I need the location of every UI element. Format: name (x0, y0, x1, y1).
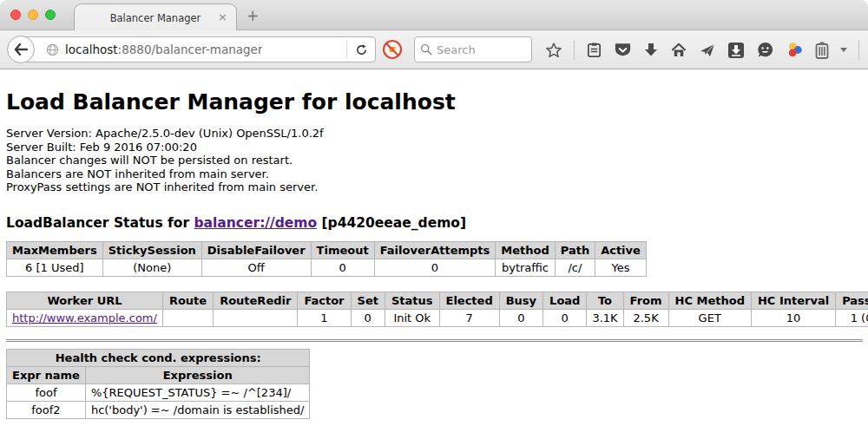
battery-extension-icon[interactable] (815, 42, 829, 59)
back-arrow-icon (14, 43, 28, 56)
cell: 7 (439, 309, 499, 326)
worker-url-link[interactable]: http://www.example.com/ (12, 311, 157, 324)
table-header-row: MaxMembers StickySession DisableFailover… (7, 241, 647, 259)
reading-list-icon[interactable] (586, 42, 602, 58)
column-header: Set (351, 292, 385, 309)
health-table-title: Health check cond. expressions: (7, 349, 310, 366)
expr-name-cell: foof (7, 383, 86, 401)
column-header: Method (496, 241, 555, 259)
back-button[interactable] (7, 36, 35, 63)
url-path: :8880/balancer-manager (118, 43, 263, 56)
search-icon (420, 43, 432, 56)
column-header: FailoverAttempts (374, 241, 496, 259)
table-header-row: Worker URL Route RouteRedir Factor Set S… (7, 292, 868, 309)
minimize-window-button[interactable] (28, 10, 38, 20)
expression-cell: hc('body') =~ /domain is established/ (85, 401, 310, 418)
new-tab-button[interactable]: + (247, 7, 259, 24)
content-blocked-icon[interactable] (382, 39, 403, 60)
section-divider (6, 339, 863, 342)
cell: 0 (499, 309, 542, 326)
cell: Off (201, 259, 311, 276)
cell: 1 (0) (836, 309, 868, 326)
cell: 6 [1 Used] (7, 259, 103, 276)
server-version-line: Server Version: Apache/2.5.0-dev (Unix) … (6, 127, 863, 141)
send-tab-icon[interactable] (699, 42, 716, 59)
page-content: Load Balancer Manager for localhost Serv… (0, 69, 868, 426)
url-text: localhost:8880/balancer-manager (65, 43, 262, 56)
tab-balancer-manager[interactable]: Balancer Manager × (74, 3, 237, 31)
globe-icon (46, 43, 59, 56)
column-header: MaxMembers (7, 241, 103, 259)
column-header: Expr name (7, 366, 86, 383)
tab-title: Balancer Manager (110, 12, 201, 24)
navigation-toolbar: localhost:8880/balancer-manager (0, 30, 868, 69)
expr-name-cell: foof2 (7, 401, 86, 418)
cell: 2.5K (623, 309, 668, 326)
tab-close-icon[interactable]: × (218, 11, 227, 23)
column-header: Active (595, 241, 647, 259)
balancer-demo-link[interactable]: balancer://demo (194, 215, 317, 231)
server-info: Server Version: Apache/2.5.0-dev (Unix) … (6, 127, 863, 194)
column-header: Passes (836, 292, 868, 309)
url-bar[interactable]: localhost:8880/balancer-manager (21, 36, 376, 62)
cell: 3.1K (587, 309, 623, 326)
cell: 0 (543, 309, 587, 326)
expression-cell: %{REQUEST_STATUS} =~ /^[234]/ (85, 383, 310, 401)
bookmark-star-icon[interactable] (545, 42, 562, 59)
worker-url-cell: http://www.example.com/ (7, 309, 163, 326)
column-header: Elected (439, 292, 499, 309)
close-window-button[interactable] (10, 10, 21, 20)
title-bar: Balancer Manager × + (0, 0, 868, 30)
search-input[interactable] (437, 43, 520, 56)
column-header: Load (543, 292, 587, 309)
column-header: From (623, 292, 668, 309)
downloads-icon[interactable] (643, 42, 659, 59)
cell: /c/ (555, 259, 595, 276)
colored-dots-extension-icon[interactable] (786, 41, 804, 59)
inherit-warning-line: Balancers are NOT inherited from main se… (6, 167, 863, 181)
cell (162, 309, 213, 326)
download-extension-icon[interactable] (727, 42, 745, 59)
cell: 0 (374, 259, 496, 276)
pocket-icon[interactable] (614, 42, 632, 59)
column-header: Busy (499, 292, 542, 309)
cell: Init Ok (385, 309, 439, 326)
home-icon[interactable] (670, 42, 687, 58)
balancer-status-table: MaxMembers StickySession DisableFailover… (6, 241, 647, 277)
column-header: HC Method (668, 292, 751, 309)
toolbar-divider-2 (858, 41, 859, 60)
column-header: RouteRedir (214, 292, 298, 309)
reload-button[interactable] (347, 43, 375, 56)
cell: 0 (311, 259, 374, 276)
toolbar-divider (574, 41, 575, 60)
extension-dropdown-caret-icon[interactable] (840, 48, 847, 52)
zoom-window-button[interactable] (45, 10, 56, 20)
column-header: Worker URL (7, 292, 163, 309)
column-header: Route (162, 292, 213, 309)
chat-smiley-extension-icon[interactable] (756, 41, 774, 59)
cell (214, 309, 298, 326)
window-controls (10, 10, 56, 20)
persist-warning-line: Balancer changes will NOT be persisted o… (6, 154, 863, 167)
worker-status-table: Worker URL Route RouteRedir Factor Set S… (6, 292, 868, 327)
table-title-row: Health check cond. expressions: (7, 349, 310, 366)
table-row: foof2 hc('body') =~ /domain is establish… (7, 401, 310, 418)
column-header: To (587, 292, 623, 309)
heading-suffix: [p4420eeae_demo] (317, 215, 466, 231)
column-header: StickySession (102, 241, 201, 259)
proxypass-warning-line: ProxyPass settings are NOT inherited fro… (6, 180, 863, 194)
column-header: DisableFailover (201, 241, 311, 259)
cell: 0 (351, 309, 385, 326)
search-bar[interactable] (414, 36, 532, 62)
server-built-line: Server Built: Feb 9 2016 07:00:20 (6, 141, 863, 154)
table-row: 6 [1 Used] (None) Off 0 0 bytraffic /c/ … (7, 259, 647, 276)
url-domain: localhost (65, 43, 118, 56)
health-check-table: Health check cond. expressions: Expr nam… (6, 349, 310, 419)
toolbar-icons (545, 30, 868, 69)
table-row: http://www.example.com/ 1 0 Init Ok 7 0 … (7, 309, 868, 326)
cell: (None) (102, 259, 201, 276)
column-header: Path (555, 241, 595, 259)
cell: 10 (751, 309, 835, 326)
heading-prefix: LoadBalancer Status for (6, 215, 194, 231)
cell: bytraffic (496, 259, 555, 276)
